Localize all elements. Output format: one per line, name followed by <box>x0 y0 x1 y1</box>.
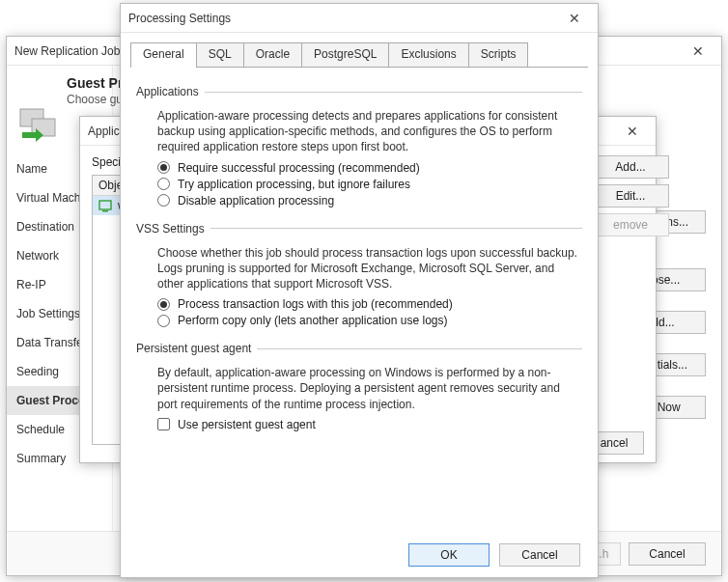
vss-description: Choose whether this job should process t… <box>157 245 582 292</box>
wizard-title: New Replication Job <box>14 44 120 58</box>
objects-edit-button[interactable]: Edit... <box>592 184 669 208</box>
cancel-button[interactable]: Cancel <box>499 543 580 567</box>
objects-add-button[interactable]: Add... <box>592 155 669 179</box>
radio-icon <box>157 298 170 311</box>
apps-radio-require[interactable]: Require successful processing (recommend… <box>157 161 582 175</box>
svg-rect-3 <box>102 210 108 212</box>
agent-legend: Persistent guest agent <box>136 342 257 355</box>
wizard-cancel-button[interactable]: Cancel <box>629 542 706 566</box>
close-icon[interactable]: ✕ <box>683 39 714 64</box>
applications-group: Applications Application-aware processin… <box>136 85 582 212</box>
apps-radio-try[interactable]: Try application processing, but ignore f… <box>157 178 582 191</box>
tab-scripts[interactable]: Scripts <box>468 42 529 67</box>
processing-settings-dialog: Processing Settings ✕ GeneralSQLOraclePo… <box>120 3 599 578</box>
apps-radio-require-label: Require successful processing (recommend… <box>178 161 420 175</box>
vss-group: VSS Settings Choose whether this job sho… <box>136 222 582 333</box>
apps-radio-disable-label: Disable application processing <box>178 194 334 208</box>
agent-group: Persistent guest agent By default, appli… <box>136 342 582 436</box>
apps-radio-try-label: Try application processing, but ignore f… <box>178 178 410 191</box>
vss-radio-process[interactable]: Process transaction logs with this job (… <box>157 297 582 311</box>
tab-oracle[interactable]: Oracle <box>243 42 302 67</box>
applications-legend: Applications <box>136 85 205 98</box>
radio-icon <box>157 178 170 190</box>
apps-radio-disable[interactable]: Disable application processing <box>157 194 582 208</box>
checkbox-icon <box>157 418 170 430</box>
agent-checkbox-label: Use persistent guest agent <box>178 418 316 431</box>
vss-radio-copyonly[interactable]: Perform copy only (lets another applicat… <box>157 314 582 327</box>
radio-icon <box>157 161 170 174</box>
replication-icon <box>18 103 57 142</box>
vm-icon <box>98 199 112 212</box>
tab-exclusions[interactable]: Exclusions <box>388 42 468 67</box>
dialog-body: Applications Application-aware processin… <box>121 68 598 436</box>
vss-radio-copyonly-label: Perform copy only (lets another applicat… <box>178 314 447 327</box>
radio-icon <box>157 194 170 207</box>
tab-sql[interactable]: SQL <box>196 42 244 67</box>
tabstrip: GeneralSQLOraclePostgreSQLExclusionsScri… <box>130 42 588 68</box>
processing-settings-titlebar: Processing Settings ✕ <box>121 4 598 33</box>
ok-button[interactable]: OK <box>408 543 490 567</box>
applications-description: Application-aware processing detects and… <box>157 108 582 155</box>
tab-general[interactable]: General <box>130 42 197 67</box>
agent-checkbox-row[interactable]: Use persistent guest agent <box>157 418 582 431</box>
close-icon[interactable]: ✕ <box>617 119 648 144</box>
processing-settings-title: Processing Settings <box>128 12 231 25</box>
close-icon[interactable]: ✕ <box>559 6 590 31</box>
vss-radio-process-label: Process transaction logs with this job (… <box>178 297 453 311</box>
agent-description: By default, application-aware processing… <box>157 365 582 412</box>
tab-postgresql[interactable]: PostgreSQL <box>301 42 389 67</box>
svg-rect-2 <box>99 201 111 209</box>
radio-icon <box>157 315 170 327</box>
objects-remove-button[interactable]: emove <box>592 213 669 236</box>
dialog-footer: OK Cancel <box>121 533 598 577</box>
vss-legend: VSS Settings <box>136 222 210 236</box>
